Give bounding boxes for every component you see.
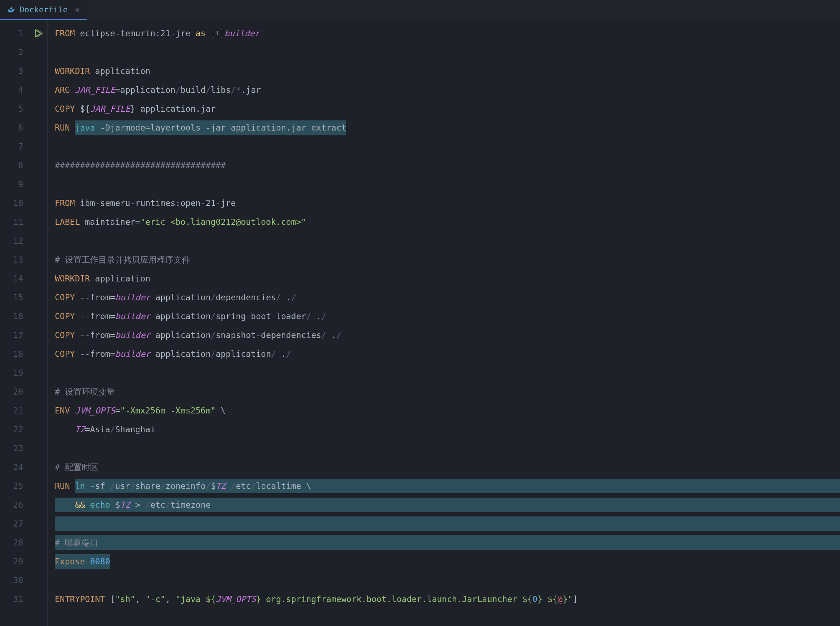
tab-bar: Dockerfile ×	[0, 0, 840, 20]
code-line-30	[55, 571, 840, 590]
tab-dockerfile[interactable]: Dockerfile ×	[0, 0, 87, 20]
code-line-4: ARG JAR_FILE=application/build/libs/*.ja…	[55, 80, 840, 99]
line-number: 16	[0, 307, 23, 326]
code-line-1: FROM eclipse-temurin:21-jre as Tbuilder	[55, 24, 840, 43]
line-number: 14	[0, 269, 23, 288]
code-line-7	[55, 137, 840, 156]
code-line-6: RUN java -Djarmode=layertools -jar appli…	[55, 118, 840, 137]
run-icon[interactable]	[29, 24, 47, 43]
line-number: 27	[0, 514, 23, 533]
line-number: 11	[0, 213, 23, 232]
line-number: 20	[0, 382, 23, 401]
code-line-22: TZ=Asia/Shanghai	[55, 420, 840, 439]
line-number: 21	[0, 401, 23, 420]
line-number: 4	[0, 80, 23, 99]
docker-icon	[7, 6, 15, 14]
line-number: 29	[0, 552, 23, 571]
line-number: 19	[0, 363, 23, 382]
run-gutter	[29, 20, 47, 626]
code-line-10: FROM ibm-semeru-runtimes:open-21-jre	[55, 194, 840, 213]
line-number: 24	[0, 458, 23, 477]
code-line-23	[55, 439, 840, 458]
line-number: 18	[0, 344, 23, 363]
line-number: 31	[0, 590, 23, 609]
line-number: 15	[0, 288, 23, 307]
code-line-14: WORKDIR application	[55, 269, 840, 288]
line-number: 26	[0, 495, 23, 514]
code-line-29: Expose 8080	[55, 552, 840, 571]
line-number: 7	[0, 137, 23, 156]
line-number: 25	[0, 477, 23, 495]
code-line-8: ##################################	[55, 156, 840, 175]
tab-label: Dockerfile	[20, 3, 68, 16]
line-number: 10	[0, 194, 23, 213]
line-number: 23	[0, 439, 23, 458]
line-number: 9	[0, 175, 23, 194]
code-line-11: LABEL maintainer="eric <bo.liang0212@out…	[55, 213, 840, 232]
line-number: 2	[0, 43, 23, 62]
line-number: 6	[0, 118, 23, 137]
code-line-27	[55, 514, 840, 533]
line-number: 22	[0, 420, 23, 439]
code-line-28: # 曝露端口	[55, 533, 840, 552]
code-area[interactable]: FROM eclipse-temurin:21-jre as Tbuilder …	[47, 20, 840, 626]
close-icon[interactable]: ×	[75, 3, 80, 16]
line-number: 1	[0, 24, 23, 43]
param-icon: T	[213, 29, 222, 38]
line-number: 3	[0, 62, 23, 80]
code-line-9	[55, 175, 840, 194]
code-line-31: ENTRYPOINT ["sh", "-c", "java ${JVM_OPTS…	[55, 590, 840, 609]
line-number: 5	[0, 99, 23, 118]
code-line-20: # 设置环境变量	[55, 382, 840, 401]
line-number: 12	[0, 232, 23, 250]
code-line-15: COPY --from=builder application/dependen…	[55, 288, 840, 307]
code-line-25: RUN ln -sf /usr/share/zoneinfo/$TZ /etc/…	[55, 477, 840, 495]
code-line-19	[55, 363, 840, 382]
editor-container: Dockerfile × 1 2 3 4 5 6 7 8 9 10 11 12 …	[0, 0, 840, 626]
code-line-12	[55, 232, 840, 250]
code-line-26: && echo $TZ > /etc/timezone	[55, 495, 840, 514]
line-number: 13	[0, 250, 23, 269]
line-number: 30	[0, 571, 23, 590]
line-number-gutter: 1 2 3 4 5 6 7 8 9 10 11 12 13 14 15 16 1…	[0, 20, 29, 626]
code-line-5: COPY ${JAR_FILE} application.jar	[55, 99, 840, 118]
editor-body: 1 2 3 4 5 6 7 8 9 10 11 12 13 14 15 16 1…	[0, 20, 840, 626]
line-number: 28	[0, 533, 23, 552]
line-number: 8	[0, 156, 23, 175]
code-line-13: # 设置工作目录并拷贝应用程序文件	[55, 250, 840, 269]
line-number: 17	[0, 326, 23, 344]
code-line-21: ENV JVM_OPTS="-Xmx256m -Xms256m" \	[55, 401, 840, 420]
code-line-16: COPY --from=builder application/spring-b…	[55, 307, 840, 326]
code-line-24: # 配置时区	[55, 458, 840, 477]
code-line-2	[55, 43, 840, 62]
code-line-18: COPY --from=builder application/applicat…	[55, 344, 840, 363]
code-line-3: WORKDIR application	[55, 62, 840, 80]
code-line-17: COPY --from=builder application/snapshot…	[55, 326, 840, 344]
